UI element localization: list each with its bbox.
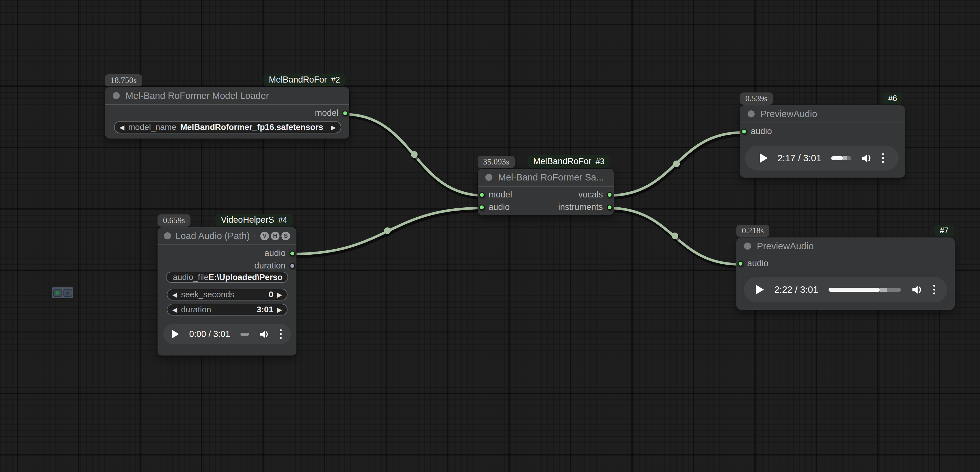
node-preview-audio-vocals[interactable]: 0.539s #6 PreviewAudio audio 2:17 / 3:01 — [740, 105, 905, 178]
output-port-audio[interactable] — [290, 251, 295, 256]
node-type-badge: #6 — [883, 92, 902, 104]
node-sampler[interactable]: 35.093s MelBandRoFor #3 Mel-Band RoForme… — [478, 168, 614, 215]
decrement-arrow-icon[interactable]: ◀ — [172, 291, 177, 299]
node-load-audio[interactable]: 0.659s VideoHelperS #4 Load Audio (Path)… — [158, 227, 296, 356]
volume-icon[interactable] — [259, 330, 270, 339]
kebab-menu-icon[interactable] — [882, 153, 884, 163]
node-type-badge: MelBandRoFor #3 — [528, 155, 610, 168]
node-graph-canvas[interactable]: × 18.750s MelBandRoFor #2 Mel-Band RoFor… — [0, 0, 980, 472]
input-label: model — [488, 190, 512, 200]
mini-toolbar[interactable]: × — [52, 288, 73, 298]
io-row: audio instruments — [478, 201, 614, 213]
execution-time-badge: 0.539s — [740, 92, 773, 105]
vhs-letter-h: H — [271, 232, 280, 240]
node-type-badge: VideoHelperS #4 — [215, 214, 293, 226]
output-row: audio — [158, 247, 296, 259]
execution-time-badge: 35.093s — [478, 156, 515, 168]
seek-bar-collapsed[interactable] — [240, 333, 249, 336]
mini-play-button[interactable] — [53, 289, 62, 297]
widget-label: duration — [181, 305, 211, 315]
output-label: vocals — [578, 190, 603, 200]
volume-icon[interactable] — [861, 153, 872, 164]
node-title-bar[interactable]: Load Audio (Path) V H S — [158, 227, 296, 245]
widget-value: 3:01 — [257, 305, 274, 315]
kebab-menu-icon[interactable] — [280, 329, 282, 339]
output-row: model — [105, 107, 349, 119]
output-port-vocals[interactable] — [607, 192, 612, 198]
node-title-bar[interactable]: Mel-Band RoFormer Model Loader — [105, 87, 349, 105]
collapse-dot[interactable] — [164, 232, 171, 239]
output-row: duration — [158, 259, 296, 272]
node-model-loader[interactable]: 18.750s MelBandRoFor #2 Mel-Band RoForme… — [105, 87, 349, 138]
playback-time: 2:17 / 3:01 — [777, 153, 821, 164]
input-row: audio — [737, 257, 955, 270]
io-row: model vocals — [478, 189, 614, 201]
output-label: audio — [264, 248, 286, 258]
output-port-instruments[interactable] — [607, 205, 612, 210]
collapse-dot[interactable] — [744, 243, 751, 250]
input-port-audio[interactable] — [479, 205, 485, 210]
output-port-duration[interactable] — [290, 263, 295, 269]
widget-label: seek_seconds — [181, 289, 234, 300]
widget-duration[interactable]: ◀ duration 3:01 ▶ — [167, 304, 288, 316]
widget-seek-seconds[interactable]: ◀ seek_seconds 0 ▶ — [167, 289, 288, 300]
widget-model-name[interactable]: ◀ model_name MelBandRoformer_fp16.safete… — [114, 121, 341, 133]
input-port-audio[interactable] — [741, 129, 747, 134]
node-title-bar[interactable]: PreviewAudio — [737, 237, 955, 255]
decrement-arrow-icon[interactable]: ◀ — [119, 124, 124, 131]
node-preview-audio-instruments[interactable]: 0.218s #7 PreviewAudio audio 2:22 / 3:01 — [737, 237, 955, 310]
input-label: audio — [747, 259, 768, 269]
collapse-dot[interactable] — [748, 110, 755, 118]
playback-time: 0:00 / 3:01 — [189, 329, 230, 339]
vhs-letter-v: V — [260, 232, 269, 240]
mini-close-button[interactable]: × — [64, 289, 72, 297]
execution-time-badge: 0.659s — [158, 215, 191, 227]
play-button[interactable] — [756, 285, 764, 294]
node-title: PreviewAudio — [757, 241, 813, 251]
decrement-arrow-icon[interactable]: ◀ — [172, 306, 177, 314]
badge-type: VideoHelperS — [221, 215, 274, 225]
input-row: audio — [740, 125, 905, 138]
badge-id: #2 — [331, 75, 340, 84]
badge-type: MelBandRoFor — [269, 75, 327, 85]
seek-bar[interactable] — [831, 156, 851, 161]
node-type-badge: #7 — [934, 225, 954, 237]
movie-camera-icon — [254, 231, 256, 240]
execution-time-badge: 0.218s — [737, 225, 769, 237]
increment-arrow-icon[interactable]: ▶ — [331, 124, 336, 131]
widget-label: model_name — [128, 122, 176, 132]
audio-player[interactable]: 0:00 / 3:01 — [163, 324, 291, 344]
input-port-audio[interactable] — [738, 261, 743, 267]
widget-value: E:\Uploaded\Perso — [208, 272, 282, 282]
output-label: model — [315, 108, 339, 118]
increment-arrow-icon[interactable]: ▶ — [277, 306, 282, 314]
collapse-dot[interactable] — [113, 92, 120, 99]
node-title-bar[interactable]: Mel-Band RoFormer Sa... — [478, 168, 614, 187]
audio-player[interactable]: 2:22 / 3:01 — [744, 277, 947, 302]
collapse-dot[interactable] — [485, 174, 492, 181]
audio-player[interactable]: 2:17 / 3:01 — [745, 146, 899, 170]
output-port-model[interactable] — [342, 110, 348, 116]
execution-time-badge: 18.750s — [105, 74, 142, 86]
increment-arrow-icon[interactable]: ▶ — [277, 291, 282, 299]
seek-bar[interactable] — [829, 288, 901, 292]
kebab-menu-icon[interactable] — [933, 285, 935, 294]
link-canvas[interactable] — [0, 0, 980, 472]
input-label: audio — [488, 202, 510, 212]
play-button[interactable] — [172, 330, 179, 338]
node-title-bar[interactable]: PreviewAudio — [740, 105, 905, 123]
node-title: PreviewAudio — [760, 109, 817, 119]
badge-id: #6 — [888, 94, 897, 103]
volume-icon[interactable] — [912, 284, 923, 295]
play-icon — [56, 291, 60, 295]
input-port-model[interactable] — [479, 192, 485, 198]
node-title: Mel-Band RoFormer Sa... — [498, 172, 604, 183]
close-icon: × — [66, 289, 70, 296]
node-type-badge: MelBandRoFor #2 — [264, 74, 345, 86]
badge-type: MelBandRoFor — [533, 156, 592, 167]
widget-audio-file[interactable]: audio_file E:\Uploaded\Perso — [166, 272, 288, 283]
playback-time: 2:22 / 3:01 — [774, 284, 818, 295]
play-button[interactable] — [760, 153, 768, 163]
widget-value: 0 — [269, 289, 273, 300]
badge-id: #3 — [595, 157, 605, 166]
